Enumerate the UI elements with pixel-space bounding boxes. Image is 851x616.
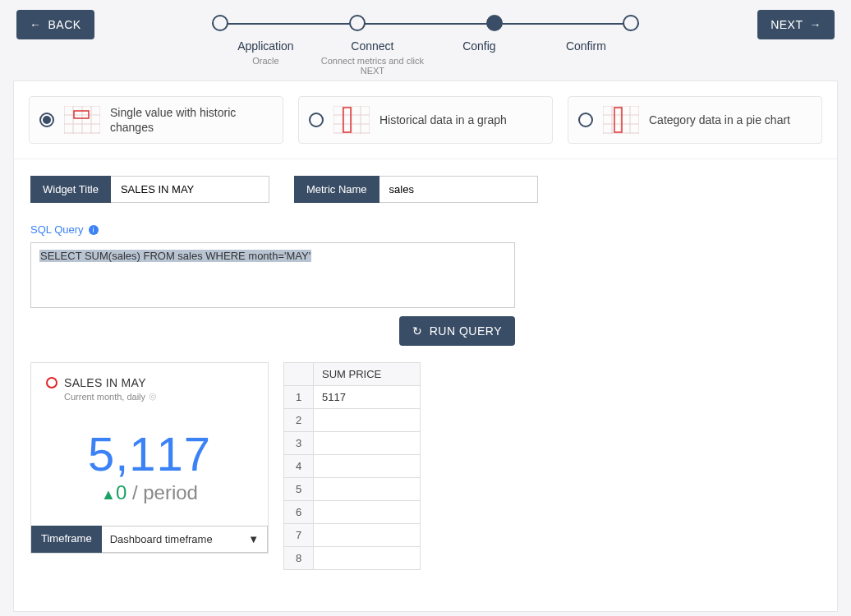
step-label: Application xyxy=(212,39,319,53)
back-button[interactable]: ← BACK xyxy=(16,10,94,39)
table-row: 7 xyxy=(284,524,421,547)
pie-chart-icon xyxy=(603,106,639,134)
stepper: Application Connect Config Confirm Oracl… xyxy=(94,10,758,76)
radio-icon xyxy=(39,113,54,127)
results-table: SUM PRICE 15117 2 3 4 5 6 7 8 xyxy=(283,362,421,570)
chart-type-label: Single value with historic changes xyxy=(110,105,273,135)
metric-name-input[interactable] xyxy=(380,176,538,203)
table-row: 15117 xyxy=(284,386,421,409)
widget-title-input[interactable] xyxy=(111,176,269,203)
refresh-icon: ↻ xyxy=(412,324,423,338)
next-button[interactable]: NEXT → xyxy=(757,10,835,39)
oracle-icon xyxy=(46,377,58,388)
svg-rect-19 xyxy=(343,108,351,132)
metric-name-label: Metric Name xyxy=(294,176,380,203)
main-panel: Single value with historic changes Histo… xyxy=(13,80,838,612)
step-label: Confirm xyxy=(532,39,639,53)
target-icon: ◎ xyxy=(149,391,157,402)
single-value-icon xyxy=(64,106,100,134)
chart-type-historical-graph[interactable]: Historical data in a graph xyxy=(298,96,553,144)
table-row: 3 xyxy=(284,432,421,455)
table-row: 8 xyxy=(284,547,421,570)
preview-title: SALES IN MAY xyxy=(64,376,146,389)
table-row: 5 xyxy=(284,478,421,501)
preview-value: 5,117 xyxy=(46,426,253,481)
step-node-connect[interactable] xyxy=(349,15,366,31)
back-label: BACK xyxy=(48,18,81,31)
timeframe-value: Dashboard timeframe xyxy=(110,533,213,545)
up-triangle-icon: ▲ xyxy=(101,486,116,503)
run-query-label: RUN QUERY xyxy=(430,324,502,338)
step-node-application[interactable] xyxy=(212,15,228,31)
step-node-confirm[interactable] xyxy=(623,15,639,31)
historical-graph-icon xyxy=(334,106,370,134)
table-row: 6 xyxy=(284,501,421,524)
step-sublabel: Oracle xyxy=(212,56,319,76)
next-label: NEXT xyxy=(770,18,803,31)
run-query-button[interactable]: ↻ RUN QUERY xyxy=(399,316,515,346)
sql-query-input[interactable]: SELECT SUM(sales) FROM sales WHERE month… xyxy=(30,242,515,308)
timeframe-label: Timeframe xyxy=(31,526,102,553)
results-header: SUM PRICE xyxy=(314,363,421,386)
table-row: 2 xyxy=(284,409,421,432)
arrow-right-icon: → xyxy=(810,18,822,31)
chevron-down-icon: ▼ xyxy=(248,533,259,545)
radio-icon xyxy=(578,113,593,127)
step-label: Config xyxy=(426,39,532,53)
sql-query-text: SELECT SUM(sales) FROM sales WHERE month… xyxy=(39,250,311,262)
table-row: 4 xyxy=(284,455,421,478)
step-sublabel: Connect metrics and click NEXT xyxy=(319,56,426,76)
preview-delta: ▲0 / period xyxy=(46,481,253,504)
step-label: Connect xyxy=(319,39,426,53)
widget-preview: SALES IN MAY Current month, daily ◎ 5,11… xyxy=(30,362,269,554)
arrow-left-icon: ← xyxy=(30,18,42,31)
step-sublabel xyxy=(532,56,639,76)
table-corner xyxy=(284,363,314,386)
chart-type-single-value[interactable]: Single value with historic changes xyxy=(29,96,283,144)
step-node-config[interactable] xyxy=(486,15,503,31)
sql-query-label: SQL Query i xyxy=(30,223,99,236)
chart-type-label: Category data in a pie chart xyxy=(649,113,790,127)
chart-type-label: Historical data in a graph xyxy=(380,113,507,127)
info-icon[interactable]: i xyxy=(89,225,99,235)
timeframe-select[interactable]: Dashboard timeframe ▼ xyxy=(102,526,268,553)
radio-icon xyxy=(309,113,324,127)
step-sublabel xyxy=(426,56,532,76)
preview-subtitle: Current month, daily xyxy=(64,392,145,402)
widget-title-label: Widget Title xyxy=(30,176,111,203)
chart-type-pie[interactable]: Category data in a pie chart xyxy=(568,96,822,144)
